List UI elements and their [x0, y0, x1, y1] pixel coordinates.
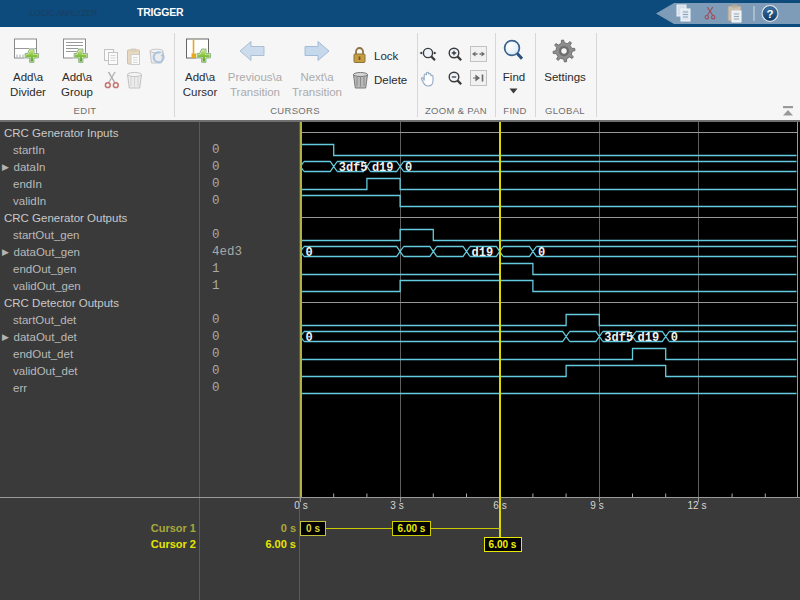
svg-text:?: ?	[766, 8, 773, 20]
svg-text:3df5: 3df5	[604, 331, 633, 345]
svg-text:d19: d19	[638, 331, 660, 345]
svg-text:d19: d19	[472, 246, 494, 260]
svg-text:d19: d19	[372, 161, 394, 175]
svg-text:0: 0	[306, 331, 313, 345]
svg-text:0: 0	[405, 161, 412, 175]
svg-text:0: 0	[671, 331, 678, 345]
svg-text:0: 0	[538, 246, 545, 260]
svg-text:3df5: 3df5	[339, 161, 368, 175]
svg-text:0: 0	[306, 246, 313, 260]
